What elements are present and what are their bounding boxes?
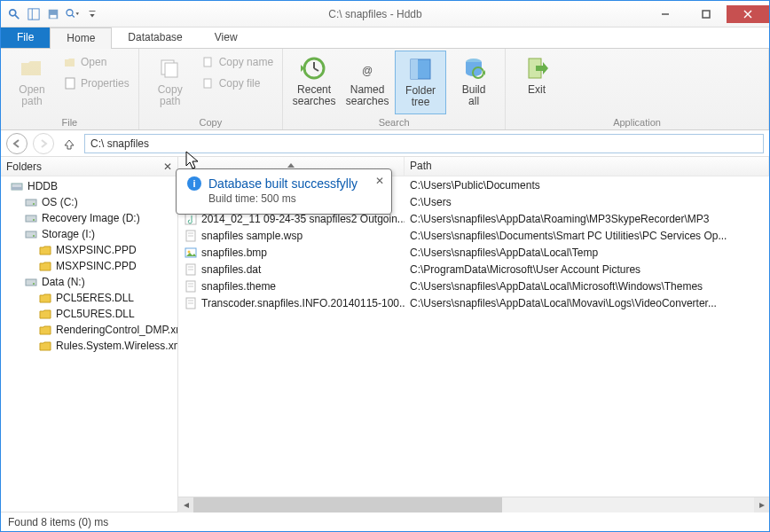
folder-icon [38, 259, 52, 273]
folder-icon [18, 54, 46, 82]
address-bar-row: C:\ snapfiles [1, 130, 769, 157]
tab-database[interactable]: Datatabase [112, 27, 198, 48]
ribbon-group-search: Recent searches @ Named searches Folder … [283, 49, 506, 129]
notification-tooltip: i Database built successfylly Build time… [176, 168, 392, 215]
svg-line-7 [72, 14, 75, 17]
folder-icon [38, 243, 52, 257]
recent-icon [300, 54, 328, 82]
image-icon [184, 246, 198, 260]
svg-text:@: @ [362, 65, 373, 77]
back-button[interactable] [6, 133, 28, 154]
search-dropdown-icon[interactable] [65, 6, 81, 22]
list-row[interactable]: Transcoder.snapfiles.INFO.20140115-100..… [178, 294, 769, 311]
maximize-button[interactable] [686, 5, 727, 23]
up-button[interactable] [59, 137, 79, 150]
minimize-button[interactable] [645, 5, 686, 23]
tab-home[interactable]: Home [50, 27, 112, 49]
tooltip-close-button[interactable]: ✕ [375, 175, 384, 187]
properties-icon [63, 76, 77, 90]
tree-item[interactable]: MSXPSINC.PPD [1, 242, 177, 258]
drive-icon [24, 195, 38, 209]
exit-button[interactable]: Exit [511, 51, 562, 114]
svg-point-30 [33, 203, 35, 205]
svg-rect-16 [204, 58, 211, 66]
open-button[interactable]: Open [59, 52, 133, 72]
tree-item[interactable]: OS (C:) [1, 194, 177, 210]
folder-tree-button[interactable]: Folder tree [395, 51, 446, 114]
build-all-button[interactable]: Build all [448, 51, 499, 114]
tree-item[interactable]: PCL5URES.DLL [1, 306, 177, 322]
search-icon[interactable] [6, 6, 22, 22]
group-label-search: Search [288, 117, 499, 129]
ribbon-group-file: Open path Open Properties File [1, 49, 139, 129]
save-icon[interactable] [45, 6, 61, 22]
svg-rect-17 [204, 79, 211, 88]
list-row[interactable]: snapfiles.datC:\ProgramData\Microsoft\Us… [178, 261, 769, 278]
window-controls [645, 5, 769, 23]
doc-icon [184, 262, 198, 277]
copy-file-button[interactable]: Copy file [198, 74, 277, 93]
recent-searches-button[interactable]: Recent searches [288, 51, 340, 114]
folder-icon [38, 339, 52, 353]
scroll-left-icon[interactable]: ◂ [178, 497, 193, 512]
copy-icon [156, 54, 185, 82]
ribbon: Open path Open Properties File Copy path… [1, 49, 769, 130]
copy-name-icon [201, 55, 216, 69]
drive-icon [24, 227, 38, 241]
close-button[interactable] [727, 5, 769, 23]
properties-button[interactable]: Properties [59, 74, 133, 93]
title-bar: C:\ snapfiles - Hddb [1, 1, 769, 27]
folder-icon [38, 323, 52, 337]
copy-file-icon [201, 76, 216, 90]
doc-icon [184, 229, 198, 243]
open-path-button[interactable]: Open path [6, 51, 58, 114]
group-label-file: File [6, 117, 133, 129]
scroll-right-icon[interactable]: ▸ [754, 497, 769, 512]
doc-icon [184, 279, 198, 293]
drive-icon [24, 275, 38, 289]
tree-item[interactable]: Rules.System.Wireless.xml [1, 338, 177, 354]
group-label-app: Application [511, 117, 763, 129]
list-rows[interactable]: C:\Users\Public\DocumentsC:\Users2014_02… [178, 176, 769, 497]
quick-access-toolbar [1, 6, 106, 22]
close-tree-button[interactable]: ✕ [163, 160, 172, 173]
svg-point-36 [33, 283, 35, 285]
tab-view[interactable]: View [199, 27, 254, 48]
list-row[interactable]: snapfiles.themeC:\Users\snapfiles\AppDat… [178, 278, 769, 294]
tree-item[interactable]: MSXPSINC.PPD [1, 258, 177, 274]
column-path[interactable]: Path [405, 157, 769, 176]
qat-overflow-icon[interactable] [84, 6, 100, 22]
tree-item[interactable]: RenderingControl_DMP.xml [1, 322, 177, 338]
layout-icon[interactable] [26, 6, 42, 22]
svg-point-0 [10, 9, 16, 15]
tooltip-subtitle: Build time: 500 ms [208, 192, 381, 205]
folder-tree[interactable]: HDDBOS (C:)Recovery Image (D:)Storage (I… [1, 176, 177, 512]
list-row[interactable]: snapfiles sample.wspC:\Users\snapfiles\D… [178, 227, 769, 244]
database-refresh-icon [460, 54, 488, 82]
svg-point-42 [188, 250, 191, 253]
copy-path-button[interactable]: Copy path [145, 51, 196, 114]
forward-button[interactable] [33, 133, 54, 154]
named-searches-button[interactable]: @ Named searches [342, 51, 393, 114]
doc-icon [184, 296, 198, 310]
svg-rect-33 [26, 231, 36, 238]
address-input[interactable]: C:\ snapfiles [84, 134, 764, 153]
tree-item[interactable]: Data (N:) [1, 274, 177, 290]
svg-point-32 [33, 219, 35, 221]
svg-rect-13 [66, 78, 75, 89]
folder-open-icon [63, 55, 77, 69]
exit-icon [522, 54, 551, 82]
tab-file[interactable]: File [1, 27, 50, 48]
tree-item[interactable]: Storage (I:) [1, 226, 177, 242]
drive-icon [24, 211, 38, 225]
list-row[interactable]: snapfiles.bmpC:\Users\snapfiles\AppData\… [178, 244, 769, 261]
scroll-thumb[interactable] [193, 497, 502, 512]
svg-rect-23 [411, 59, 418, 79]
tree-item[interactable]: PCL5ERES.DLL [1, 290, 177, 306]
horizontal-scrollbar[interactable]: ◂ ▸ [178, 497, 769, 512]
scroll-track[interactable] [193, 497, 754, 512]
disk-icon [10, 179, 24, 193]
tree-item[interactable]: HDDB [1, 178, 177, 194]
tree-item[interactable]: Recovery Image (D:) [1, 210, 177, 226]
copy-name-button[interactable]: Copy name [198, 52, 277, 72]
